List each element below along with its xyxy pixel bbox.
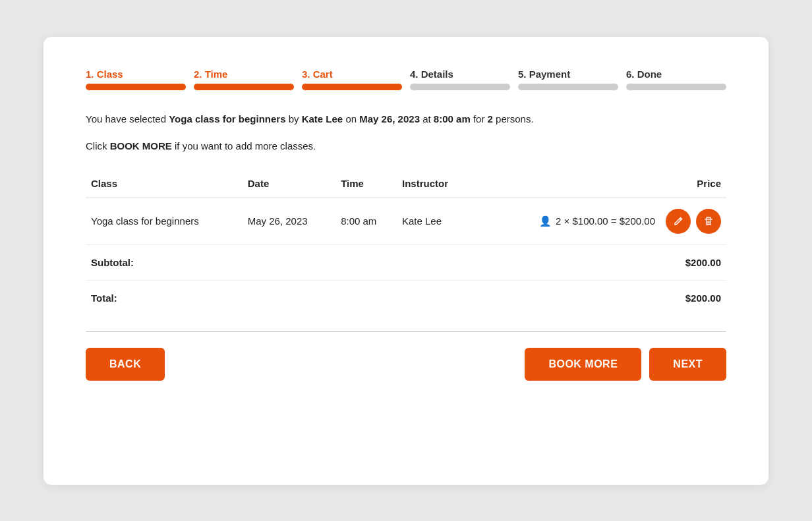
selection-info: You have selected Yoga class for beginne… <box>86 111 726 127</box>
steps-bar: 1. Class2. Time3. Cart4. Details5. Payme… <box>86 69 726 90</box>
booking-card: 1. Class2. Time3. Cart4. Details5. Payme… <box>44 37 768 485</box>
subtotal-label: Subtotal: <box>91 257 134 268</box>
step-label-time: 2. Time <box>194 69 294 80</box>
delete-button[interactable] <box>696 209 721 234</box>
row-date: May 26, 2023 <box>243 198 335 245</box>
price-breakdown: 👤 2 × $100.00 = $200.00 <box>539 215 655 227</box>
next-button[interactable]: NEXT <box>649 348 726 381</box>
step-time: 2. Time <box>194 69 294 90</box>
step-details: 4. Details <box>410 69 510 90</box>
step-bar-class <box>86 84 186 90</box>
col-header-date: Date <box>243 170 335 198</box>
step-label-details: 4. Details <box>410 69 510 80</box>
step-label-done: 6. Done <box>626 69 726 80</box>
row-time: 8:00 am <box>335 198 397 245</box>
step-class: 1. Class <box>86 69 186 90</box>
total-value: $200.00 <box>685 292 721 304</box>
step-bar-time <box>194 84 294 90</box>
edit-button[interactable] <box>666 209 691 234</box>
price-formula: 2 × $100.00 = $200.00 <box>556 215 655 227</box>
total-label: Total: <box>91 292 117 304</box>
table-row: Yoga class for beginners May 26, 2023 8:… <box>86 198 726 245</box>
step-label-class: 1. Class <box>86 69 186 80</box>
col-header-price: Price <box>472 170 726 198</box>
person-icon: 👤 <box>539 215 552 227</box>
step-label-payment: 5. Payment <box>518 69 618 80</box>
subtotal-row: Subtotal: $200.00 <box>86 244 726 280</box>
step-payment: 5. Payment <box>518 69 618 90</box>
row-instructor: Kate Lee <box>397 198 472 245</box>
row-price: 👤 2 × $100.00 = $200.00 <box>472 198 726 245</box>
edit-icon <box>673 216 683 227</box>
total-row: Total: $200.00 <box>86 280 726 315</box>
step-label-cart: 3. Cart <box>302 69 402 80</box>
col-header-instructor: Instructor <box>397 170 472 198</box>
back-button[interactable]: BACK <box>86 348 165 381</box>
trash-icon <box>703 216 714 227</box>
svg-rect-0 <box>705 219 712 220</box>
step-bar-cart <box>302 84 402 90</box>
step-bar-done <box>626 84 726 90</box>
footer-actions: BACK BOOK MORE NEXT <box>86 348 726 381</box>
step-done: 6. Done <box>626 69 726 90</box>
divider <box>86 331 726 332</box>
book-more-hint: Click BOOK MORE if you want to add more … <box>86 140 726 151</box>
step-cart: 3. Cart <box>302 69 402 90</box>
step-bar-details <box>410 84 510 90</box>
col-header-time: Time <box>335 170 397 198</box>
col-header-class: Class <box>86 170 243 198</box>
cart-table: Class Date Time Instructor Price Yoga cl… <box>86 170 726 315</box>
book-more-button[interactable]: BOOK MORE <box>525 348 641 381</box>
subtotal-value: $200.00 <box>685 257 721 268</box>
step-bar-payment <box>518 84 618 90</box>
row-class: Yoga class for beginners <box>86 198 243 245</box>
